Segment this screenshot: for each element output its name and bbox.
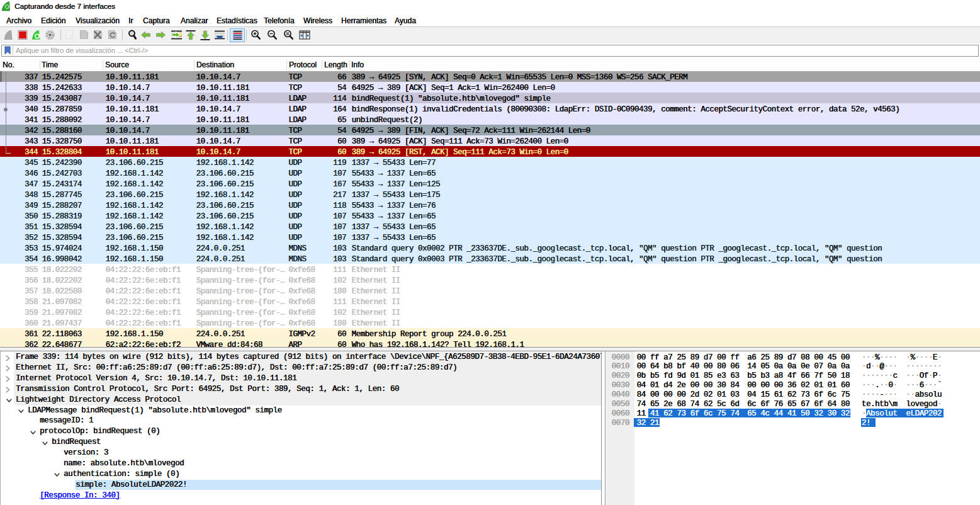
svg-text:010: 010: [81, 35, 87, 38]
